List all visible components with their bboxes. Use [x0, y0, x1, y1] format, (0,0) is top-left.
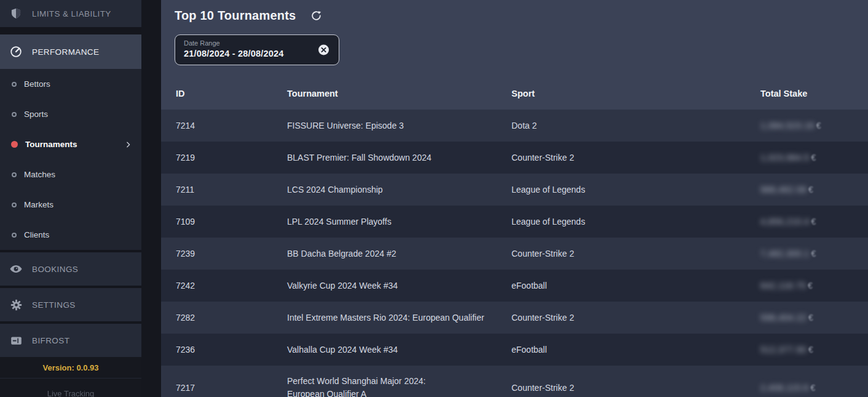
app-window: LIMITS & LIABILITY PERFORMANCE Bettors S…	[0, 0, 868, 397]
cell-sport: League of Legends	[511, 185, 760, 194]
sidebar-subitems: Bettors Sports Tournaments Matches Marke…	[0, 69, 141, 250]
cell-tournament: Valhalla Cup 2024 Week #34	[287, 345, 398, 355]
sidebar-divider	[0, 27, 141, 34]
cell-sport: Counter-Strike 2	[511, 153, 760, 162]
sidebar: LIMITS & LIABILITY PERFORMANCE Bettors S…	[0, 0, 141, 397]
sidebar-section-label: BIFROST	[32, 336, 69, 345]
panel-icon	[9, 334, 23, 347]
circle-icon	[12, 203, 17, 207]
cell-tournament: FISSURE Universe: Episode 3	[287, 121, 404, 130]
cell-id: 7214	[176, 121, 287, 130]
refresh-icon	[310, 10, 322, 22]
sidebar-section-label: LIMITS & LIABILITY	[32, 9, 111, 18]
table-row[interactable]: 7219 BLAST Premier: Fall Showdown 2024 C…	[161, 142, 868, 174]
cell-total-stake-redacted: 1,023,984.5€	[760, 153, 868, 162]
cell-total-stake-redacted: 4,856,210.4€	[760, 217, 868, 227]
refresh-button[interactable]	[310, 10, 322, 22]
shield-icon	[9, 7, 23, 20]
sidebar-gutter	[141, 0, 161, 397]
cell-id: 7219	[176, 153, 287, 162]
gauge-icon	[9, 45, 23, 58]
cell-tournament: BLAST Premier: Fall Showdown 2024	[287, 153, 432, 162]
sidebar-section-bookings[interactable]: BOOKINGS	[0, 252, 141, 286]
cell-sport: Counter-Strike 2	[511, 313, 760, 323]
column-header-total-stake: Total Stake	[760, 89, 868, 98]
cell-total-stake-redacted: 598,404.22€	[760, 313, 868, 323]
cell-sport: eFootball	[511, 345, 760, 355]
sidebar-section-label: PERFORMANCE	[32, 47, 99, 57]
column-header-id: ID	[176, 89, 287, 98]
cell-id: 7211	[176, 185, 287, 194]
page-header: Top 10 Tournaments	[161, 4, 868, 27]
cell-id: 7217	[176, 383, 287, 393]
table-row[interactable]: 7282 Intel Extreme Masters Rio 2024: Eur…	[161, 302, 868, 334]
cell-total-stake-redacted: 512,377.90€	[760, 345, 868, 355]
table-row[interactable]: 7239 BB Dacha Belgrade 2024 #2 Counter-S…	[161, 238, 868, 270]
table-row[interactable]: 7109 LPL 2024 Summer Playoffs League of …	[161, 206, 868, 238]
cell-total-stake-redacted: 2,408,115.6€	[760, 383, 868, 393]
column-header-sport: Sport	[511, 89, 760, 98]
sidebar-partial-item: Live Tracking	[0, 378, 141, 397]
column-header-tournament: Tournament	[287, 89, 511, 98]
cell-total-stake-redacted: 642,118.75€	[760, 281, 868, 291]
cell-tournament: LPL 2024 Summer Playoffs	[287, 217, 392, 227]
circle-icon	[12, 172, 17, 177]
page-title: Top 10 Tournaments	[175, 9, 296, 23]
table-row[interactable]: 7217 Perfect World Shanghai Major 2024:E…	[161, 366, 868, 397]
sidebar-section-settings[interactable]: SETTINGS	[0, 288, 141, 321]
cell-tournament: LCS 2024 Championship	[287, 185, 383, 194]
cell-sport: Dota 2	[511, 121, 760, 130]
circle-icon	[12, 112, 17, 117]
clear-date-range-button[interactable]	[318, 45, 329, 55]
sidebar-section-label: BOOKINGS	[32, 265, 78, 274]
cell-tournament: Valkyrie Cup 2024 Week #34	[287, 281, 398, 291]
cell-tournament: Perfect World Shanghai Major 2024:	[287, 376, 425, 386]
chevron-right-icon	[124, 140, 132, 148]
table-row[interactable]: 7211 LCS 2024 Championship League of Leg…	[161, 174, 868, 206]
sidebar-item-bettors[interactable]: Bettors	[0, 69, 141, 99]
sidebar-section-label: SETTINGS	[32, 300, 76, 310]
sidebar-item-sports[interactable]: Sports	[0, 99, 141, 129]
date-range-label: Date Range	[184, 39, 339, 47]
cell-tournament: Intel Extreme Masters Rio 2024: European…	[287, 313, 484, 323]
version-label: Version: 0.0.93	[0, 357, 141, 378]
sidebar-section-performance[interactable]: PERFORMANCE	[0, 34, 141, 69]
cell-tournament: BB Dacha Belgrade 2024 #2	[287, 249, 396, 259]
cell-id: 7242	[176, 281, 287, 291]
sidebar-section-bifrost[interactable]: BIFROST	[0, 324, 141, 357]
table-row[interactable]: 7214 FISSURE Universe: Episode 3 Dota 2 …	[161, 110, 868, 142]
close-icon	[321, 47, 326, 53]
gear-icon	[9, 298, 23, 311]
cell-sport: eFootball	[511, 281, 760, 291]
circle-icon	[12, 82, 17, 87]
cell-total-stake-redacted: 988,462.08€	[760, 185, 868, 194]
red-dot-icon	[11, 141, 18, 148]
sidebar-item-markets[interactable]: Markets	[0, 190, 141, 220]
cell-id: 7109	[176, 217, 287, 227]
main-content: Top 10 Tournaments Date Range 21/08/2024…	[161, 0, 868, 397]
cell-total-stake-redacted: 7,482,300.1€	[760, 249, 868, 259]
cell-total-stake-redacted: 1,084,523.16€	[760, 121, 868, 130]
cell-id: 7236	[176, 345, 287, 355]
date-range-filter[interactable]: Date Range 21/08/2024 - 28/08/2024	[175, 34, 339, 65]
eye-icon	[9, 262, 23, 276]
sidebar-item-clients[interactable]: Clients	[0, 220, 141, 250]
circle-icon	[12, 233, 17, 238]
sidebar-item-tournaments[interactable]: Tournaments	[0, 129, 141, 159]
cell-sport: Counter-Strike 2	[511, 249, 760, 259]
sidebar-item-matches[interactable]: Matches	[0, 159, 141, 190]
table-header-row: ID Tournament Sport Total Stake	[161, 78, 868, 110]
table-row[interactable]: 7242 Valkyrie Cup 2024 Week #34 eFootbal…	[161, 270, 868, 302]
tournaments-table: ID Tournament Sport Total Stake 7214 FIS…	[161, 78, 868, 397]
cell-sport: Counter-Strike 2	[511, 383, 760, 393]
sidebar-section-limits-liability[interactable]: LIMITS & LIABILITY	[0, 0, 141, 27]
cell-id: 7239	[176, 249, 287, 259]
cell-sport: League of Legends	[511, 217, 760, 227]
cell-id: 7282	[176, 313, 287, 323]
date-range-value: 21/08/2024 - 28/08/2024	[184, 49, 339, 58]
table-row[interactable]: 7236 Valhalla Cup 2024 Week #34 eFootbal…	[161, 334, 868, 366]
